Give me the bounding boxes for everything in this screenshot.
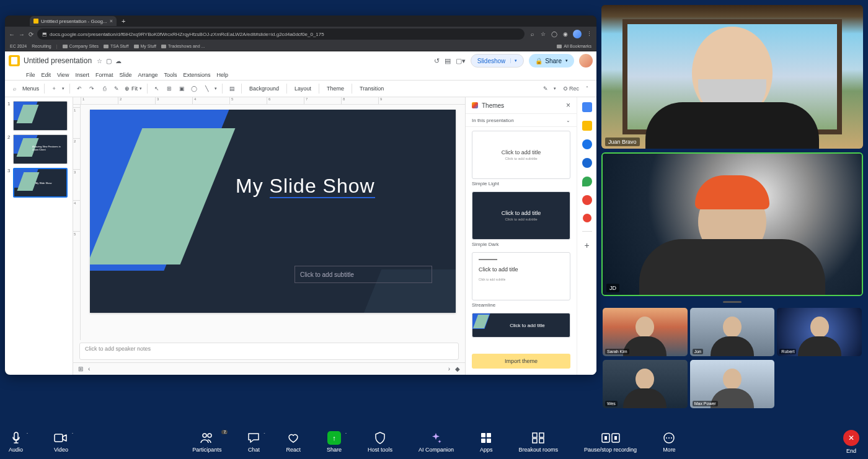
breakout-rooms-button[interactable]: Breakout rooms: [519, 431, 559, 453]
add-icon[interactable]: +: [584, 240, 589, 250]
comment-icon[interactable]: ▤: [445, 57, 451, 65]
browser-tab[interactable]: Untitled presentation - Goog... ×: [30, 16, 117, 26]
tasks-icon[interactable]: [582, 139, 592, 149]
redo-icon[interactable]: ↷: [87, 84, 96, 93]
line-icon[interactable]: ╲: [202, 84, 211, 93]
slide-thumbnail-selected[interactable]: My Slide Show: [13, 168, 68, 198]
contacts-icon[interactable]: [582, 158, 592, 168]
grid-view-icon[interactable]: ⊞: [78, 365, 83, 372]
slide-thumbnail[interactable]: Amazing New Features in Zoom Client: [13, 134, 68, 164]
move-icon[interactable]: ▢: [106, 58, 112, 64]
keep-icon[interactable]: [582, 121, 592, 131]
paint-format-icon[interactable]: ✎: [112, 84, 121, 93]
new-slide-icon[interactable]: +: [50, 84, 58, 93]
print-icon[interactable]: ⎙: [100, 84, 108, 93]
chevron-up-icon[interactable]: ˆ: [264, 432, 265, 436]
participant-video[interactable]: Sarah Kim: [603, 308, 688, 356]
more-button[interactable]: More: [663, 431, 676, 453]
subtitle-placeholder[interactable]: Click to add subtitle: [294, 266, 432, 283]
theme-option[interactable]: Click to add title: [472, 313, 570, 338]
participant-video[interactable]: Wes: [603, 360, 688, 408]
search-icon[interactable]: ⌕: [528, 30, 536, 38]
share-button[interactable]: 🔒 Share ▾: [529, 54, 574, 68]
bookmark-folder[interactable]: Company Sites: [63, 44, 99, 48]
participant-video[interactable]: Jon: [690, 308, 775, 356]
menu-edit[interactable]: Edit: [42, 72, 51, 78]
addon-icon[interactable]: [582, 195, 592, 205]
menu-help[interactable]: Help: [217, 72, 229, 78]
image-icon[interactable]: ▣: [177, 84, 186, 93]
menus-button[interactable]: Menus: [22, 85, 39, 92]
history-icon[interactable]: ↺: [434, 57, 440, 65]
new-tab-button[interactable]: +: [122, 17, 125, 25]
slide-thumbnail[interactable]: [13, 101, 68, 131]
addon-icon[interactable]: [583, 214, 591, 222]
reload-icon[interactable]: ⟳: [29, 31, 33, 38]
theme-button[interactable]: Theme: [324, 85, 347, 92]
theme-option[interactable]: Click to add titleClick to add subtitle …: [472, 191, 570, 247]
extension-icon[interactable]: ◉: [562, 30, 569, 38]
ai-companion-button[interactable]: AI Companion: [418, 431, 454, 453]
host-tools-button[interactable]: Host tools: [368, 431, 392, 453]
theme-option[interactable]: Click to add titleClick to add subtitle …: [472, 252, 570, 308]
menu-file[interactable]: File: [26, 72, 35, 78]
participant-video[interactable]: Juan Bravo: [601, 5, 863, 149]
apps-button[interactable]: Apps: [480, 431, 493, 453]
user-avatar[interactable]: [579, 54, 593, 68]
zoom-select[interactable]: ⊕ Fit ▾: [125, 85, 142, 92]
profile-avatar[interactable]: [573, 30, 582, 38]
menu-arrange[interactable]: Arrange: [138, 72, 157, 78]
participants-button[interactable]: 7 Participants ˆ: [192, 431, 221, 453]
star-icon[interactable]: ☆: [97, 58, 102, 64]
star-icon[interactable]: ☆: [539, 30, 547, 38]
back-icon[interactable]: ←: [9, 31, 15, 38]
calendar-icon[interactable]: [582, 102, 592, 112]
menu-format[interactable]: Format: [95, 72, 113, 78]
participant-video[interactable]: Max Power: [690, 360, 775, 408]
menu-view[interactable]: View: [57, 72, 69, 78]
themes-section-toggle[interactable]: In this presentation ⌄: [466, 113, 577, 127]
end-meeting-button[interactable]: ✕ End: [843, 430, 859, 454]
audio-button[interactable]: Audio ˆ: [9, 431, 23, 453]
import-theme-button[interactable]: Import theme: [472, 354, 570, 369]
react-button[interactable]: React: [286, 431, 301, 453]
slides-logo-icon[interactable]: [9, 55, 20, 66]
share-screen-button[interactable]: ↑ Share ˆ: [327, 431, 342, 453]
layout-button[interactable]: Layout: [292, 85, 314, 92]
textbox-icon[interactable]: ⊞: [165, 84, 174, 93]
bookmark-folder[interactable]: Tradeshows and ...: [161, 44, 205, 48]
url-field[interactable]: ⬒ docs.google.com/presentation/d/f6iH2xq…: [37, 28, 525, 40]
chevron-up-icon[interactable]: ˆ: [27, 432, 28, 436]
participant-video-active[interactable]: JD: [601, 152, 863, 296]
chevron-up-icon[interactable]: ˆ: [583, 84, 591, 93]
close-icon[interactable]: ×: [566, 101, 570, 110]
bookmark-all[interactable]: All Bookmarks: [557, 44, 591, 48]
menu-icon[interactable]: ⋮: [585, 30, 593, 38]
bookmark-folder[interactable]: My Stuff: [134, 44, 157, 48]
bookmark-folder[interactable]: TSA Stuff: [104, 44, 128, 48]
chevron-down-icon[interactable]: ▾: [565, 58, 568, 63]
video-button[interactable]: Video ˆ: [54, 431, 68, 453]
meet-icon[interactable]: ▢▾: [456, 57, 466, 65]
chevron-up-icon[interactable]: ˆ: [345, 432, 347, 436]
cloud-icon[interactable]: ☁: [115, 58, 122, 64]
extension-icon[interactable]: ◯: [551, 30, 558, 38]
maps-icon[interactable]: [582, 177, 592, 186]
select-icon[interactable]: ↖: [153, 84, 161, 93]
menu-insert[interactable]: Insert: [75, 72, 89, 78]
background-button[interactable]: Background: [247, 85, 281, 92]
drag-handle[interactable]: [723, 301, 742, 303]
explore-icon[interactable]: ◆: [455, 365, 460, 372]
next-slide-icon[interactable]: ›: [448, 365, 450, 372]
rec-button[interactable]: Rec: [564, 85, 579, 92]
prev-slide-icon[interactable]: ‹: [88, 365, 90, 372]
forward-icon[interactable]: →: [19, 31, 25, 38]
chevron-down-icon[interactable]: ▾: [62, 86, 64, 91]
slide-title-text[interactable]: My Slide Show: [236, 175, 375, 198]
record-button[interactable]: Pause/stop recording: [584, 431, 637, 453]
search-icon[interactable]: ⌕: [10, 84, 19, 93]
chevron-down-icon[interactable]: ▾: [215, 86, 217, 91]
undo-icon[interactable]: ↶: [75, 84, 84, 93]
chevron-up-icon[interactable]: ˆ: [225, 432, 226, 436]
menu-slide[interactable]: Slide: [119, 72, 131, 78]
